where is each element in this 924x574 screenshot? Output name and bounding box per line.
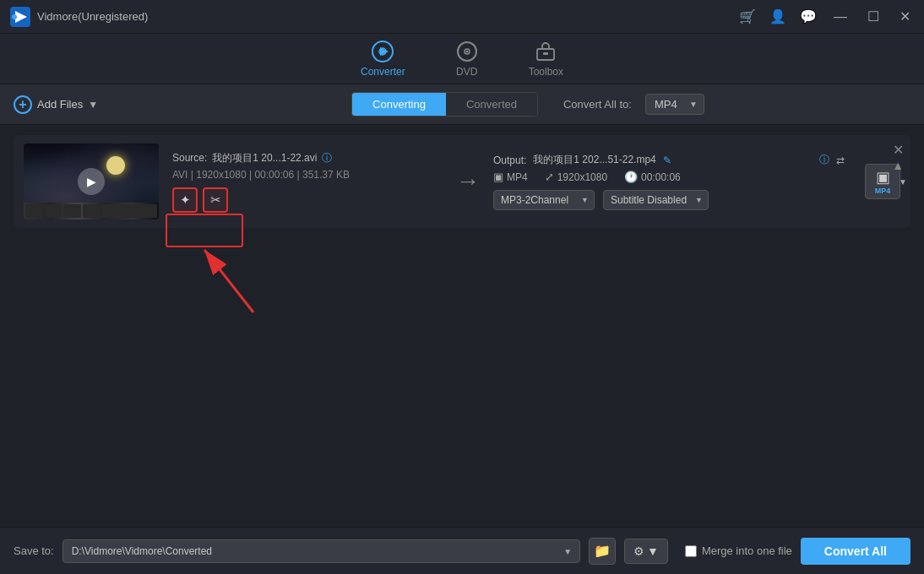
svg-point-2: [12, 14, 17, 19]
merge-checkbox[interactable]: [685, 545, 697, 557]
badge-video-icon: ▣: [876, 168, 890, 187]
spec-duration-value: 00:00:06: [641, 171, 681, 183]
nav-converter[interactable]: Converter: [361, 41, 405, 78]
toolbar: + Add Files ▼ Converting Converted Conve…: [0, 84, 924, 125]
app-logo: [10, 7, 30, 27]
nav-toolbox[interactable]: Toolbox: [529, 41, 563, 78]
user-icon[interactable]: 👤: [769, 8, 786, 24]
source-label: Source:: [172, 152, 207, 164]
play-button[interactable]: ▶: [78, 168, 105, 195]
output-settings-icon[interactable]: ⇄: [836, 154, 845, 166]
toolbox-icon: [535, 41, 557, 62]
item-close-button[interactable]: ✕: [893, 142, 904, 158]
merge-checkbox-label[interactable]: Merge into one file: [685, 544, 792, 557]
format-spec-icon: ▣: [493, 171, 503, 183]
converter-icon: [372, 41, 394, 62]
dvd-icon: [456, 41, 478, 62]
resolution-spec-icon: ⤢: [545, 171, 554, 183]
save-to-label: Save to:: [14, 544, 54, 557]
annotation-arrow-line: [204, 250, 253, 312]
duration-spec-icon: 🕐: [624, 171, 638, 183]
convert-arrow: →: [456, 168, 480, 195]
minimize-button[interactable]: —: [830, 8, 851, 26]
svg-rect-10: [543, 52, 548, 55]
browse-folder-button[interactable]: 📁: [589, 538, 616, 565]
output-label: Output:: [493, 154, 526, 166]
file-info: Source: 我的项目1 20...1-22.avi ⓘ AVI | 1920…: [172, 151, 443, 213]
file-meta: AVI | 1920x1080 | 00:00:06 | 351.37 KB: [172, 169, 443, 181]
source-info-icon[interactable]: ⓘ: [322, 151, 332, 165]
video-thumbnail: ▶: [24, 144, 159, 219]
app-title: Vidmore(Unregistered): [37, 10, 739, 23]
output-info: Output: 我的项目1 202...51-22.mp4 ✎ ⓘ ⇄ ▣ MP…: [493, 153, 845, 210]
chat-icon[interactable]: 💬: [800, 8, 817, 24]
badge-format-text: MP4: [875, 187, 891, 195]
tab-converted[interactable]: Converted: [446, 93, 537, 116]
settings-dropdown-arrow: ▼: [647, 544, 659, 558]
add-files-button[interactable]: + Add Files ▼: [14, 95, 98, 114]
title-bar: Vidmore(Unregistered) 🛒 👤 💬 — ☐ ✕: [0, 0, 924, 34]
nav-toolbox-label: Toolbox: [529, 66, 563, 78]
file-format: AVI: [172, 169, 188, 181]
path-input-wrapper: [63, 539, 580, 563]
output-info-icon[interactable]: ⓘ: [819, 153, 829, 167]
nav-converter-label: Converter: [361, 66, 405, 78]
subtitle-select[interactable]: Subtitle Disabled Subtitle Enabled: [603, 190, 709, 210]
output-filename: 我的项目1 202...51-22.mp4: [533, 153, 655, 167]
file-actions: ✦ ✂: [172, 187, 443, 213]
file-source: Source: 我的项目1 20...1-22.avi ⓘ: [172, 151, 443, 165]
window-close-button[interactable]: ✕: [896, 7, 914, 26]
nav-bar: Converter DVD Toolbox: [0, 34, 924, 84]
spec-resolution: ⤢ 1920x1080: [545, 171, 607, 183]
merge-label-text: Merge into one file: [702, 544, 792, 557]
cut-button[interactable]: ✂: [203, 187, 228, 213]
spec-format: ▣ MP4: [493, 171, 528, 183]
audio-channel-wrapper: MP3-2Channel AAC-2Channel: [493, 190, 595, 210]
output-specs: ▣ MP4 ⤢ 1920x1080 🕐 00:00:06: [493, 171, 845, 183]
footer: Save to: 📁 ⚙ ▼ Merge into one file Conve…: [0, 527, 924, 574]
output-edit-icon[interactable]: ✎: [663, 154, 671, 166]
spec-resolution-value: 1920x1080: [557, 171, 607, 183]
nav-dvd-label: DVD: [456, 66, 477, 78]
output-dropdowns: MP3-2Channel AAC-2Channel Subtitle Disab…: [493, 190, 845, 210]
gear-icon: ⚙: [633, 544, 644, 558]
file-duration: 00:00:06: [254, 169, 294, 181]
folder-icon: 📁: [594, 543, 611, 559]
cart-icon[interactable]: 🛒: [739, 8, 756, 24]
add-files-dropdown-arrow[interactable]: ▼: [88, 99, 98, 111]
title-actions: 🛒 👤 💬 — ☐ ✕: [739, 7, 914, 26]
subtitle-wrapper: Subtitle Disabled Subtitle Enabled: [603, 190, 709, 210]
format-select[interactable]: MP4 AVI MKV MOV: [645, 94, 704, 115]
spec-duration: 🕐 00:00:06: [624, 171, 681, 183]
file-resolution: 1920x1080: [196, 169, 246, 181]
svg-point-8: [465, 50, 468, 52]
source-filename: 我的项目1 20...1-22.avi: [212, 151, 317, 165]
settings-button[interactable]: ⚙ ▼: [624, 539, 668, 564]
convert-button[interactable]: Convert All: [801, 538, 910, 565]
effects-button[interactable]: ✦: [172, 187, 198, 213]
add-files-label: Add Files: [37, 98, 83, 111]
audio-channel-select[interactable]: MP3-2Channel AAC-2Channel: [493, 190, 595, 210]
spec-format-value: MP4: [507, 171, 528, 183]
main-content: ▶ Source: 我的项目1 20...1-22.avi ⓘ AVI | 19…: [0, 125, 924, 238]
convert-all-label: Convert All to:: [563, 98, 632, 111]
save-path-input[interactable]: [63, 539, 580, 563]
tab-group: Converting Converted: [351, 92, 538, 116]
restore-button[interactable]: ☐: [864, 7, 883, 26]
file-size: 351.37 KB: [302, 169, 350, 181]
tab-converting[interactable]: Converting: [352, 93, 446, 116]
format-badge-dropdown[interactable]: ▼: [899, 177, 907, 187]
nav-dvd[interactable]: DVD: [456, 41, 478, 78]
output-source: Output: 我的项目1 202...51-22.mp4 ✎ ⓘ ⇄: [493, 153, 845, 167]
item-up-button[interactable]: ▲: [892, 159, 904, 172]
file-item: ▶ Source: 我的项目1 20...1-22.avi ⓘ AVI | 19…: [14, 135, 910, 228]
format-select-wrapper: MP4 AVI MKV MOV: [639, 94, 704, 115]
add-files-icon: +: [14, 95, 32, 114]
filmstrip: [24, 203, 159, 219]
